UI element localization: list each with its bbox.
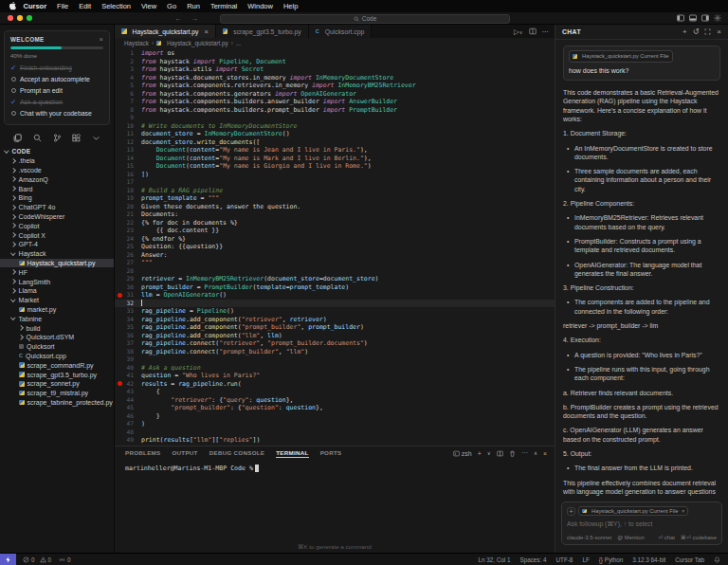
line-number[interactable]: 15 [115,162,141,171]
tree-item-llama[interactable]: Llama [0,286,114,296]
code-line[interactable]: 44 "retriever": {"query": question}, [115,396,555,405]
editor-tab-scrape-gpt3-5-turbo-py[interactable]: scrape_gpt3.5_turbo.py [216,25,309,38]
code-line[interactable]: 43 { [115,388,555,396]
line-number[interactable]: 23 [115,227,141,235]
command-center-search[interactable]: Code [220,14,510,24]
chat-input[interactable]: + Haystack_quickstart.py Current File × … [561,501,722,545]
remove-context-icon[interactable]: × [682,508,684,514]
expand-chat-icon[interactable] [704,28,711,35]
line-number[interactable]: 10 [115,122,141,131]
code-line[interactable]: 33rag_pipeline = Pipeline() [115,307,555,316]
code-line[interactable]: 45 "prompt_builder": {"question": questi… [115,404,555,412]
line-number[interactable]: 47 [115,420,141,428]
code-line[interactable]: 20Given these documents, answer the ques… [115,203,555,211]
line-number[interactable]: 21 [115,210,141,219]
welcome-task[interactable]: Prompt an edit [10,84,103,96]
line-number[interactable]: 16 [115,171,141,179]
breakpoint-icon[interactable] [118,381,122,386]
line-number[interactable]: 3 [115,65,141,74]
tree-item-market-py[interactable]: market.py [0,305,114,315]
line-number[interactable]: 22 [115,219,141,228]
line-number[interactable]: 37 [115,339,141,348]
close-window-button[interactable] [8,15,13,21]
line-number[interactable]: 46 [115,412,141,421]
line-number[interactable]: 29 [115,275,141,283]
tree-item-copilot[interactable]: Copilot [0,221,114,230]
code-line[interactable]: 18# Build a RAG pipeline [115,187,555,195]
minimize-window-button[interactable] [17,15,23,21]
line-number[interactable]: 11 [115,130,141,138]
line-number[interactable]: 33 [115,307,141,316]
tree-item-scrape-t9-mistral-py[interactable]: scrape_t9_mistral.py [0,389,114,398]
code-line[interactable]: 11document_store = InMemoryDocumentStore… [115,130,555,138]
close-chat-icon[interactable]: × [717,27,721,36]
tree-item-haystack-quickstart-py[interactable]: Haystack_quickstart.py [0,259,114,268]
zoom-window-button[interactable] [27,15,32,21]
menu-item-cursor[interactable]: Cursor [18,2,52,10]
toggle-sidebar-icon[interactable] [677,14,684,22]
code-line[interactable]: 49print(results["llm"]["replies"]) [115,436,555,445]
line-number[interactable]: 20 [115,203,141,211]
explorer-root[interactable]: CODE [0,147,114,156]
terminal-dropdown-icon[interactable]: ∨ [487,450,491,456]
code-line[interactable]: 22{% for doc in documents %} [115,219,555,228]
breadcrumb-more[interactable]: ... [236,40,241,46]
code-editor[interactable]: 1import os2from haystack import Pipeline… [115,47,555,446]
welcome-task[interactable]: Accept an autocomplete [10,73,103,84]
code-line[interactable]: 41question = "Who lives in Paris?" [115,372,555,380]
line-number[interactable]: 32 [115,300,141,308]
line-number[interactable]: 41 [115,372,141,380]
code-line[interactable]: 5from haystack.components.retrievers.in_… [115,82,555,90]
line-number[interactable]: 48 [115,428,141,437]
code-line[interactable]: 34rag_pipeline.add_component("retriever"… [115,316,555,324]
line-number[interactable]: 6 [115,90,141,99]
codebase-submit-hint[interactable]: ⌘⏎ codebase [681,535,717,540]
menu-item-run[interactable]: Run [182,2,206,10]
settings-gear-icon[interactable] [714,14,721,22]
editor-tab-haystack-quickstart-py[interactable]: Haystack_quickstart.py× [115,25,216,38]
line-number[interactable]: 34 [115,316,141,324]
code-line[interactable]: 29retriever = InMemoryBM25Retriever(docu… [115,275,555,283]
code-line[interactable]: 7from haystack.components.builders.answe… [115,98,555,106]
line-number[interactable]: 19 [115,194,141,203]
code-line[interactable]: 12document_store.write_documents([ [115,138,555,147]
tree-item-langsmith[interactable]: LangSmith [0,277,114,286]
chevron-down-icon[interactable] [92,134,100,142]
code-line[interactable]: 1import os [115,49,555,58]
shell-selector[interactable]: zsh [453,450,472,457]
line-number[interactable]: 14 [115,155,141,163]
tree-item-codewhisperer[interactable]: CodeWhisperer [0,212,114,222]
code-line[interactable]: 37rag_pipeline.connect("retriever", "pro… [115,339,555,348]
line-number[interactable]: 45 [115,404,141,412]
line-number[interactable]: 18 [115,187,141,195]
code-line[interactable]: 4from haystack.document_stores.in_memory… [115,74,555,82]
tree-item-gpt-4[interactable]: GPT-4 [0,240,114,249]
line-number[interactable]: 24 [115,235,141,244]
welcome-task[interactable]: ✓Ask a question [10,96,103,107]
tree-item-bard[interactable]: Bard [0,184,114,193]
split-editor-icon[interactable] [529,27,537,35]
code-line[interactable]: 23 {{ doc.content }} [115,227,555,235]
tree-item-chatgpt-4o[interactable]: ChatGPT 4o [0,203,114,212]
code-line[interactable]: 27""" [115,259,555,267]
line-number[interactable]: 7 [115,98,141,106]
remote-indicator[interactable] [0,554,16,565]
tree-item-hf[interactable]: HF [0,267,114,277]
tree-item-quicksort[interactable]: Quicksort [0,342,114,352]
line-number[interactable]: 1 [115,49,141,58]
welcome-close-icon[interactable]: × [100,37,103,43]
line-number[interactable]: 27 [115,259,141,267]
code-line[interactable]: 19prompt_template = """ [115,194,555,203]
menu-item-selection[interactable]: Selection [97,2,136,10]
code-line[interactable]: 15 Document(content="My name is Giorgio … [115,162,555,171]
status-utf-8[interactable]: UTF-8 [556,556,573,563]
line-number[interactable]: 43 [115,388,141,396]
new-terminal-icon[interactable]: + [478,450,482,457]
tree-item-market[interactable]: Market [0,296,114,305]
chat-submit-hint[interactable]: ⏎ chat [658,535,675,540]
line-number[interactable]: 38 [115,348,141,356]
line-number[interactable]: 9 [115,114,141,122]
toggle-secondary-sidebar-icon[interactable] [701,14,709,22]
search-icon[interactable] [33,134,42,142]
code-line[interactable]: 25Question: {{question}} [115,243,555,251]
